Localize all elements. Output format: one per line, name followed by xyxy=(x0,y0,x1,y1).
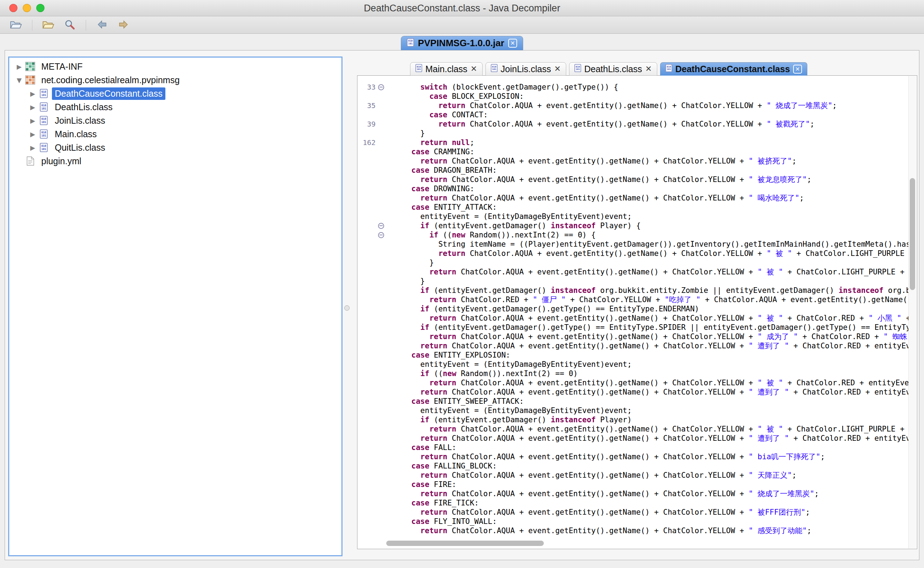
fold-column xyxy=(376,101,386,110)
code-line: return ChatColor.AQUA + event.getEntity(… xyxy=(357,378,917,387)
fold-column xyxy=(376,119,386,129)
line-number xyxy=(357,212,376,221)
svg-text:010: 010 xyxy=(408,40,412,43)
svg-text:101: 101 xyxy=(41,148,46,151)
toolbar xyxy=(0,17,924,34)
forward-icon xyxy=(117,20,129,31)
disclosure-collapsed-icon[interactable]: ▶ xyxy=(27,130,38,138)
window-title: DeathCauseConstant.class - Java Decompil… xyxy=(0,0,924,17)
fold-collapse-icon[interactable] xyxy=(378,223,384,229)
line-number xyxy=(357,397,376,406)
horizontal-scrollbar-thumb[interactable] xyxy=(386,541,544,546)
code-text: return ChatColor.AQUA + event.getEntity(… xyxy=(393,471,796,480)
line-number xyxy=(357,286,376,295)
code-line: case CONTACT: xyxy=(357,110,917,119)
fold-column xyxy=(376,517,386,526)
fold-column xyxy=(376,424,386,434)
tab-close-icon[interactable]: ✕ xyxy=(645,65,651,73)
code-line: return ChatColor.AQUA + event.getEntity(… xyxy=(357,175,917,184)
svg-text:101: 101 xyxy=(492,68,496,71)
fold-column xyxy=(376,110,386,119)
fold-collapse-icon[interactable] xyxy=(378,232,384,238)
class-file-icon: 010101 xyxy=(38,89,49,98)
tab-deathcauseconstant-class[interactable]: 010101DeathCauseConstant.class✕ xyxy=(660,62,807,76)
back-button[interactable] xyxy=(94,18,110,32)
code-line: 162 return null; xyxy=(357,138,917,147)
code-text: case FIRE: xyxy=(393,480,456,489)
code-text: String itemName = ((Player)entityEvent.g… xyxy=(393,240,915,249)
fold-column xyxy=(376,508,386,517)
code-text: case BLOCK_EXPLOSION: xyxy=(393,92,524,101)
search-button[interactable] xyxy=(62,18,78,32)
zoom-button[interactable] xyxy=(36,4,44,12)
jar-tab-close-icon[interactable]: ✕ xyxy=(508,39,517,48)
code-text: return ChatColor.AQUA + event.getEntity(… xyxy=(393,193,804,202)
svg-text:101: 101 xyxy=(576,68,580,71)
code-text: switch (blockEvent.getDamager().getType(… xyxy=(393,83,618,92)
fold-column xyxy=(376,249,386,258)
line-number xyxy=(357,267,376,276)
disclosure-collapsed-icon[interactable]: ▶ xyxy=(14,63,25,70)
tree-item-label: Main.class xyxy=(52,128,100,140)
code-line: if ((new Random()).nextInt(2) == 0) xyxy=(357,369,917,378)
fold-column xyxy=(376,480,386,489)
tree-item-joinlis-class[interactable]: ▶010101JoinLis.class xyxy=(9,114,341,127)
code-text: case CONTACT: xyxy=(393,110,488,119)
svg-text:010: 010 xyxy=(41,144,46,148)
tab-main-class[interactable]: 010101Main.class✕ xyxy=(410,62,483,76)
code-line: case FALLING_BLOCK: xyxy=(357,461,917,471)
fold-collapse-icon[interactable] xyxy=(378,84,384,90)
open-type-button[interactable] xyxy=(40,18,56,32)
close-button[interactable] xyxy=(9,4,17,12)
open-file-button[interactable] xyxy=(8,18,24,32)
code-line: case FALL: xyxy=(357,443,917,452)
jar-tab[interactable]: 010101 PVPINMSG-1.0.0.jar ✕ xyxy=(401,36,523,50)
tree-item-net-coding-celestialrealm-pvpinmsg[interactable]: ▼net.coding.celestialrealm.pvpinmsg xyxy=(9,73,341,87)
code-text: } xyxy=(393,258,438,267)
tree-item-deathcauseconstant-class[interactable]: ▶010101DeathCauseConstant.class xyxy=(9,87,341,100)
svg-text:010: 010 xyxy=(41,131,46,134)
fold-column xyxy=(376,332,386,341)
class-file-icon: 010101 xyxy=(38,116,49,125)
class-file-icon: 010101 xyxy=(38,102,49,112)
vertical-scrollbar[interactable] xyxy=(908,76,916,548)
disclosure-collapsed-icon[interactable]: ▶ xyxy=(27,144,38,151)
code-text: if (entityEvent.getDamager() instanceof … xyxy=(393,286,915,295)
tree-item-meta-inf[interactable]: ▶META-INF xyxy=(9,60,341,73)
fold-column xyxy=(376,499,386,508)
tree-item-quitlis-class[interactable]: ▶010101QuitLis.class xyxy=(9,141,341,154)
fold-column xyxy=(376,175,386,184)
code-text: return ChatColor.AQUA + event.getEntity(… xyxy=(393,267,913,276)
code-line: case FIRE: xyxy=(357,480,917,489)
tab-joinlis-class[interactable]: 010101JoinLis.class✕ xyxy=(485,62,566,76)
code-editor[interactable]: 33 switch (blockEvent.getDamager().getTy… xyxy=(357,76,917,549)
disclosure-expanded-icon[interactable]: ▼ xyxy=(14,76,25,84)
tab-close-icon[interactable]: ✕ xyxy=(554,65,560,73)
titlebar: DeathCauseConstant.class - Java Decompil… xyxy=(0,0,924,17)
class-file-icon: 010101 xyxy=(38,129,49,139)
code-line: if (entityEvent.getDamager() instanceof … xyxy=(357,286,917,295)
tab-close-icon[interactable]: ✕ xyxy=(471,65,477,73)
code-text: if (entityEvent.getDamager().getType() =… xyxy=(393,304,699,314)
open-file-icon xyxy=(10,19,22,31)
fold-column xyxy=(376,184,386,193)
forward-button[interactable] xyxy=(115,18,132,32)
splitter-grip[interactable] xyxy=(344,305,350,311)
line-number xyxy=(357,156,376,166)
file-tree[interactable]: ▶META-INF▼net.coding.celestialrealm.pvpi… xyxy=(8,56,342,556)
tab-deathlis-class[interactable]: 010101DeathLis.class✕ xyxy=(569,62,657,76)
minimize-button[interactable] xyxy=(23,4,31,12)
disclosure-collapsed-icon[interactable]: ▶ xyxy=(27,103,38,111)
disclosure-collapsed-icon[interactable]: ▶ xyxy=(27,90,38,97)
tree-item-plugin-yml[interactable]: plugin.yml xyxy=(9,154,341,168)
code-line: return ChatColor.AQUA + event.getEntity(… xyxy=(357,249,917,258)
line-number xyxy=(357,360,376,369)
tree-item-main-class[interactable]: ▶010101Main.class xyxy=(9,127,341,141)
code-text: if ((new Random()).nextInt(2) == 0) { xyxy=(393,230,596,240)
disclosure-collapsed-icon[interactable]: ▶ xyxy=(27,117,38,124)
tab-label: DeathLis.class xyxy=(584,64,642,74)
vertical-scrollbar-thumb[interactable] xyxy=(910,178,915,290)
tree-item-deathlis-class[interactable]: ▶010101DeathLis.class xyxy=(9,100,341,114)
code-line: return ChatColor.AQUA + event.getEntity(… xyxy=(357,387,917,397)
tab-close-icon[interactable]: ✕ xyxy=(793,65,802,74)
